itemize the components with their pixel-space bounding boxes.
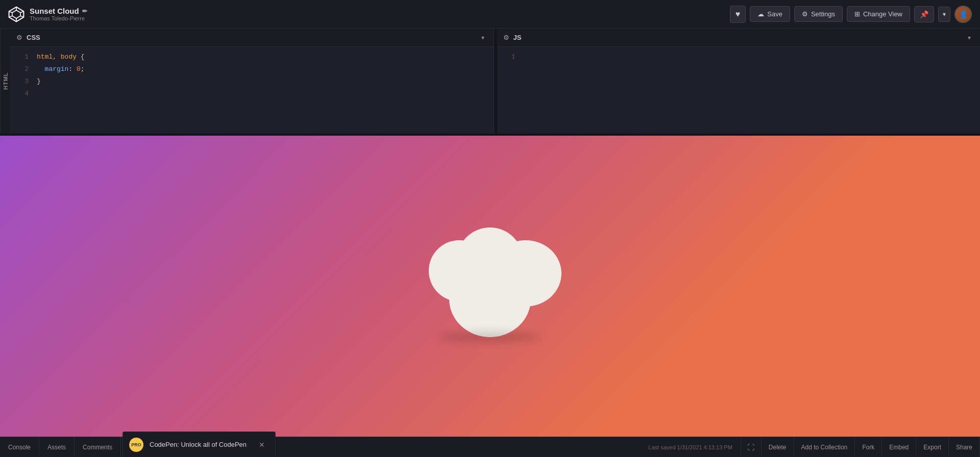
code-line: 2 margin: 0; [10,63,494,75]
css-panel-header: ⚙ CSS ▾ [10,29,494,47]
fork-button[interactable]: Fork [855,437,882,458]
save-button[interactable]: ☁ Save [750,6,790,22]
promo-close-button[interactable]: ✕ [257,440,267,450]
last-saved-info: Last saved 1/31/2021 4:13:13 PM [640,437,741,458]
settings-icon: ⚙ [802,10,808,18]
top-navigation: Sunset Cloud ✏ Thomas Toledo-Pierre ♥ ☁ … [0,0,980,29]
fork-label: Fork [862,444,874,451]
code-line: 1 html, body { [10,51,494,63]
change-view-label: Change View [863,10,902,18]
save-icon: ☁ [757,10,764,18]
code-line: 3 } [10,75,494,88]
embed-button[interactable]: Embed [882,437,916,458]
delete-button[interactable]: Delete [762,437,794,458]
css-dropdown-button[interactable]: ▾ [478,33,487,42]
js-panel-title: JS [513,34,522,41]
nav-actions: ♥ ☁ Save ⚙ Settings ⊞ Change View 📌 ▾ 👤 [730,6,972,23]
js-gear-icon[interactable]: ⚙ [503,34,509,41]
js-editor[interactable]: 1 [497,47,981,134]
promo-text: CodePen: Unlock all of CodePen [150,441,247,448]
pro-badge-text: PRO [131,442,141,447]
nav-dropdown-button[interactable]: ▾ [938,7,950,22]
cloud-shadow [439,332,541,342]
assets-tab[interactable]: Assets [39,437,75,458]
edit-icon[interactable]: ✏ [82,8,87,15]
avatar-image: 👤 [955,7,971,22]
console-tab[interactable]: Console [0,437,39,458]
pro-badge: PRO [129,438,143,452]
codepen-logo-icon [8,6,24,22]
fullscreen-icon: ⛶ [747,443,754,451]
embed-label: Embed [889,444,909,451]
preview-area [0,136,980,437]
avatar[interactable]: 👤 [954,6,972,23]
comments-tab[interactable]: Comments [75,437,121,458]
svg-marker-1 [12,10,20,18]
save-label: Save [767,10,782,18]
export-button[interactable]: Export [916,437,949,458]
css-editor[interactable]: 1 html, body { 2 margin: 0; 3 } 4 [10,47,494,134]
cloud-main-circle [449,261,531,337]
last-saved-label: Last saved [648,444,675,450]
pen-title: Sunset Cloud ✏ [30,7,87,15]
add-to-collection-button[interactable]: Add to Collection [794,437,855,458]
share-label: Share [956,444,972,451]
share-button[interactable]: Share [949,437,980,458]
js-panel: ⚙ JS ▾ 1 [497,29,981,134]
css-panel-title: CSS [27,34,40,41]
html-panel-tab[interactable]: HTML [0,29,10,134]
change-view-button[interactable]: ⊞ Change View [847,6,910,22]
promo-toast: PRO CodePen: Unlock all of CodePen ✕ [122,431,276,457]
code-line: 4 [10,88,494,100]
last-saved-value: 1/31/2021 4:13:13 PM [677,444,732,450]
bottom-right-actions: Last saved 1/31/2021 4:13:13 PM ⛶ Delete… [640,437,980,458]
pen-title-text: Sunset Cloud [30,7,79,15]
console-label: Console [8,444,31,451]
settings-label: Settings [811,10,835,18]
cloud-illustration [419,235,561,337]
code-line: 1 [497,51,981,63]
js-dropdown-button[interactable]: ▾ [965,33,974,42]
pen-author: Thomas Toledo-Pierre [30,15,87,21]
heart-button[interactable]: ♥ [730,6,746,23]
pen-title-area: Sunset Cloud ✏ Thomas Toledo-Pierre [30,7,87,21]
js-panel-header: ⚙ JS ▾ [497,29,981,47]
html-tab-label: HTML [3,72,9,90]
fullscreen-button[interactable]: ⛶ [741,437,762,458]
comments-label: Comments [83,444,112,451]
css-gear-icon[interactable]: ⚙ [16,34,22,41]
delete-label: Delete [769,444,787,451]
logo-area: Sunset Cloud ✏ Thomas Toledo-Pierre [8,6,87,22]
bottom-bar: Console Assets Comments Shortcuts PRO Co… [0,437,980,457]
editor-area: HTML ⚙ CSS ▾ 1 html, body { 2 margin: 0;… [0,29,980,136]
css-panel: ⚙ CSS ▾ 1 html, body { 2 margin: 0; 3 } … [10,29,494,134]
assets-label: Assets [47,444,66,451]
pin-button[interactable]: 📌 [914,6,934,22]
add-collection-label: Add to Collection [801,444,848,451]
settings-button[interactable]: ⚙ Settings [794,6,843,22]
export-label: Export [923,444,941,451]
change-view-icon: ⊞ [854,10,860,18]
